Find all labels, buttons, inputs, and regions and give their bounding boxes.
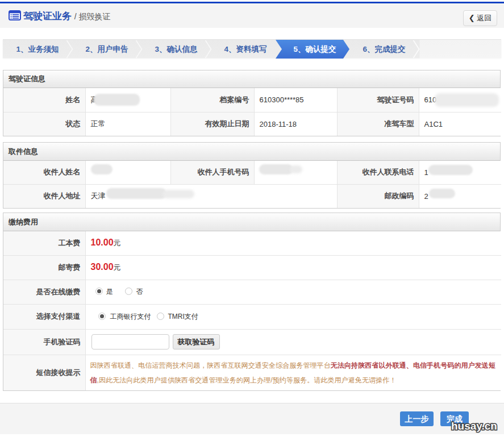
svg-text:husay.cn: husay.cn [451, 420, 497, 432]
